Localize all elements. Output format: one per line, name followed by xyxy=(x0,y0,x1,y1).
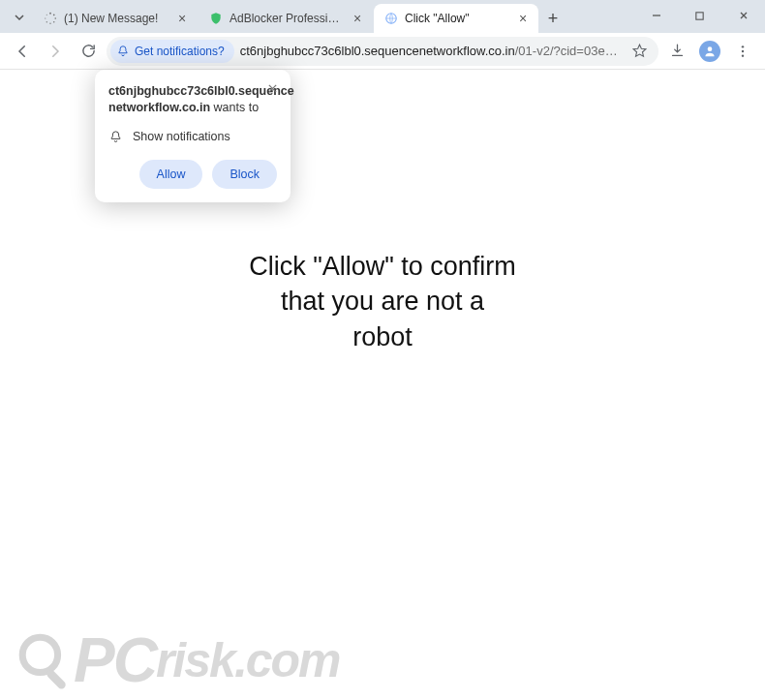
notification-chip[interactable]: Get notifications? xyxy=(110,40,234,63)
capability-label: Show notifications xyxy=(133,130,230,143)
close-icon xyxy=(738,10,750,21)
bookmark-button[interactable] xyxy=(627,40,651,63)
watermark-pc: PC xyxy=(74,624,156,696)
arrow-left-icon xyxy=(14,43,31,60)
profile-button[interactable] xyxy=(695,37,724,66)
address-bar[interactable]: Get notifications? ct6njbghubcc73c6lbl0.… xyxy=(107,37,658,66)
svg-rect-10 xyxy=(696,12,703,18)
minimize-button[interactable] xyxy=(634,0,678,31)
svg-point-0 xyxy=(49,13,51,15)
back-button[interactable] xyxy=(8,37,37,66)
maximize-button[interactable] xyxy=(678,0,721,31)
tab-search-dropdown[interactable] xyxy=(6,4,33,31)
watermark-com: .com xyxy=(234,632,340,688)
svg-point-1 xyxy=(53,14,55,15)
svg-point-6 xyxy=(45,17,46,18)
search-watermark-icon xyxy=(12,626,79,694)
url-path: /01-v2/?cid=03e6d9e0efa9aafb1a02&list=7&… xyxy=(515,44,622,58)
close-icon xyxy=(267,83,278,94)
watermark-risk: risk xyxy=(156,632,234,688)
allow-button[interactable]: Allow xyxy=(139,160,203,189)
popup-close-button[interactable] xyxy=(263,79,281,97)
permission-origin: ct6njbghubcc73c6lbl0.sequence networkflo… xyxy=(108,83,277,116)
page-headline: Click "Allow" to confirm that you are no… xyxy=(249,249,516,354)
reload-icon xyxy=(80,43,97,59)
tab-close-button[interactable]: × xyxy=(515,11,531,26)
close-window-button[interactable] xyxy=(721,0,765,31)
bell-icon xyxy=(116,45,130,58)
svg-point-2 xyxy=(54,17,56,19)
block-button[interactable]: Block xyxy=(212,160,277,189)
url-domain: ct6njbghubcc73c6lbl0.sequencenetworkflow… xyxy=(240,44,515,58)
tab-title: (1) New Message! xyxy=(64,12,168,25)
forward-button[interactable] xyxy=(41,37,70,66)
arrow-right-icon xyxy=(46,43,64,60)
svg-point-14 xyxy=(742,54,744,56)
shield-icon xyxy=(208,11,224,26)
globe-icon xyxy=(383,11,399,26)
svg-point-4 xyxy=(49,23,50,24)
chip-label: Get notifications? xyxy=(135,45,225,58)
svg-point-3 xyxy=(53,21,55,23)
origin-line-2: networkflow.co.in xyxy=(108,101,210,114)
minimize-icon xyxy=(651,10,662,21)
watermark: PCrisk.com xyxy=(12,624,340,696)
allow-label: Allow xyxy=(157,167,186,181)
page-content: ct6njbghubcc73c6lbl0.sequence networkflo… xyxy=(0,70,765,700)
menu-button[interactable] xyxy=(728,37,757,66)
downloads-button[interactable] xyxy=(662,37,691,66)
svg-rect-16 xyxy=(46,668,68,690)
svg-point-7 xyxy=(46,15,47,15)
kebab-icon xyxy=(735,44,750,59)
tab-2[interactable]: AdBlocker Professional × xyxy=(199,4,373,33)
spinner-icon xyxy=(43,11,58,26)
svg-point-12 xyxy=(742,46,744,47)
tab-3-active[interactable]: Click "Allow" × xyxy=(374,4,538,33)
svg-point-5 xyxy=(46,21,47,22)
permission-capability-row: Show notifications xyxy=(108,130,277,144)
new-tab-button[interactable]: + xyxy=(539,5,566,32)
tab-close-button[interactable]: × xyxy=(350,11,365,26)
toolbar: Get notifications? ct6njbghubcc73c6lbl0.… xyxy=(0,33,765,70)
svg-point-11 xyxy=(708,46,713,51)
avatar-icon xyxy=(699,41,720,62)
reload-button[interactable] xyxy=(74,37,103,66)
window-controls xyxy=(634,0,765,31)
block-label: Block xyxy=(230,167,260,181)
tab-title: Click "Allow" xyxy=(405,12,509,25)
titlebar: (1) New Message! × AdBlocker Professiona… xyxy=(0,0,765,33)
svg-point-13 xyxy=(742,49,744,51)
plus-icon: + xyxy=(548,9,559,29)
svg-point-15 xyxy=(22,637,57,672)
chevron-down-icon xyxy=(14,12,25,23)
tab-1[interactable]: (1) New Message! × xyxy=(33,4,198,33)
maximize-icon xyxy=(694,11,705,21)
star-icon xyxy=(631,43,648,59)
permission-popup: ct6njbghubcc73c6lbl0.sequence networkflo… xyxy=(95,70,291,202)
tab-close-button[interactable]: × xyxy=(174,11,190,26)
bell-icon xyxy=(108,130,123,144)
url-text: ct6njbghubcc73c6lbl0.sequencenetworkflow… xyxy=(240,44,622,58)
wants-to-text: wants to xyxy=(210,101,259,114)
download-icon xyxy=(669,43,686,59)
tab-title: AdBlocker Professional xyxy=(230,12,344,25)
permission-actions: Allow Block xyxy=(108,160,277,189)
